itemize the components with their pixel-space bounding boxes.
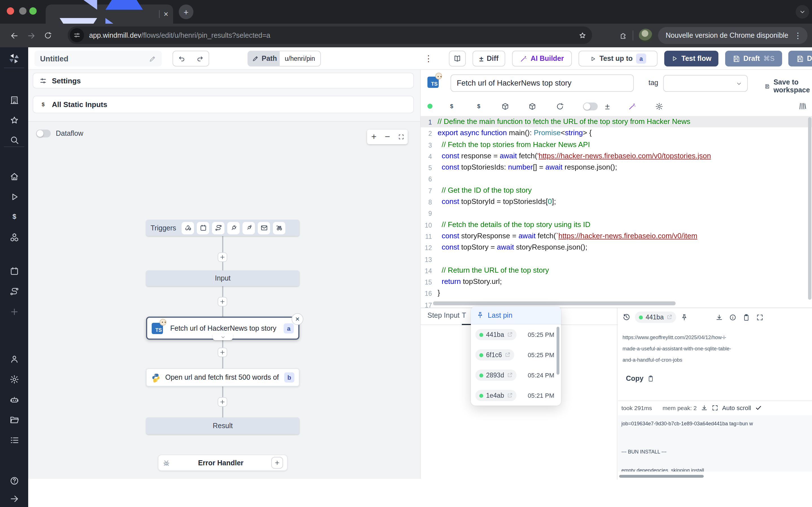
remove-step-icon[interactable]: ✕: [292, 313, 303, 325]
fit-view-icon[interactable]: [394, 129, 408, 144]
insert-step-button[interactable]: [218, 397, 227, 407]
history-icon[interactable]: [622, 313, 630, 321]
email-icon[interactable]: [258, 222, 270, 234]
sidebar-settings-icon[interactable]: [0, 375, 28, 384]
pin-item[interactable]: 6f1c605:25 PM: [471, 345, 561, 365]
sidebar-user-icon[interactable]: [0, 354, 28, 364]
tag-select[interactable]: [663, 75, 748, 92]
clipboard-icon[interactable]: [743, 314, 750, 321]
step-expand-icon[interactable]: [213, 334, 233, 340]
sidebar-audit-icon[interactable]: [0, 436, 28, 445]
code-editor[interactable]: 1// Define the main function to fetch th…: [421, 116, 812, 307]
pin-icon[interactable]: [680, 314, 688, 321]
step-b-node[interactable]: Open url and fetch first 500 words of ..…: [146, 369, 299, 386]
websocket-icon[interactable]: [227, 222, 240, 234]
test-up-to-button[interactable]: Test up to a: [578, 51, 658, 66]
library-icon[interactable]: [799, 102, 807, 110]
expand-logs-icon[interactable]: [711, 404, 718, 411]
external-link-icon[interactable]: [507, 372, 513, 378]
tab-step-input[interactable]: Step Input: [427, 312, 460, 320]
last-pin-option[interactable]: Last pin: [471, 306, 561, 325]
sidebar-routes-icon[interactable]: [0, 287, 28, 296]
address-bar[interactable]: app.windmill.dev/flows/edit/u/henri/pin_…: [68, 26, 592, 44]
ai-builder-button[interactable]: AI Builder: [512, 51, 572, 66]
sidebar-resources-icon[interactable]: [0, 233, 28, 242]
diff-mode-toggle[interactable]: [583, 102, 598, 110]
test-flow-button[interactable]: Test flow: [664, 51, 718, 66]
docs-button[interactable]: [449, 51, 466, 66]
zoom-in-icon[interactable]: +: [367, 129, 380, 144]
download-logs-icon[interactable]: [701, 404, 707, 411]
reload-icon[interactable]: [40, 27, 56, 44]
gear-icon[interactable]: [655, 102, 663, 110]
plusminus-icon[interactable]: ±: [605, 101, 610, 111]
reload-icon[interactable]: [556, 102, 564, 110]
path-value[interactable]: u/henri/pin: [280, 51, 320, 66]
sidebar-add-icon[interactable]: [0, 307, 28, 317]
maximize-window-button[interactable]: [29, 7, 37, 15]
insert-step-button[interactable]: [218, 297, 227, 306]
schedule-icon[interactable]: [197, 222, 209, 234]
windmill-logo[interactable]: [0, 53, 28, 64]
variable-icon[interactable]: $: [448, 102, 456, 110]
autoscroll-check-icon[interactable]: [755, 404, 762, 411]
external-link-icon[interactable]: [507, 332, 513, 337]
external-link-icon[interactable]: [505, 352, 510, 358]
info-icon[interactable]: [729, 314, 737, 321]
forward-icon[interactable]: [22, 27, 40, 44]
copy-button[interactable]: Copy: [626, 375, 654, 383]
result-node[interactable]: Result: [146, 417, 299, 434]
tab-test[interactable]: T: [462, 312, 466, 320]
package-icon[interactable]: [501, 102, 509, 110]
flow-settings-row[interactable]: Settings: [33, 73, 414, 89]
external-link-icon[interactable]: [666, 314, 672, 320]
insert-step-button[interactable]: [218, 348, 227, 357]
bookmark-icon[interactable]: [578, 31, 587, 39]
pin-item[interactable]: 2893d05:24 PM: [471, 365, 561, 385]
sidebar-search-icon[interactable]: [0, 135, 28, 145]
profile-avatar[interactable]: [639, 29, 652, 42]
poll-icon[interactable]: [273, 222, 286, 234]
sidebar-assistant-icon[interactable]: [0, 395, 28, 404]
tab-close-icon[interactable]: ✕: [163, 10, 168, 18]
chrome-update-button[interactable]: Nouvelle version de Chrome disponible ⋮: [658, 27, 808, 44]
zoom-out-icon[interactable]: −: [380, 129, 394, 144]
pin-item[interactable]: 441ba05:25 PM: [471, 325, 561, 345]
code-vertical-scrollbar[interactable]: [808, 117, 811, 300]
pin-item[interactable]: 1e4ab05:21 PM: [471, 385, 561, 406]
dropdown-scrollbar[interactable]: [557, 327, 559, 375]
more-menu-icon[interactable]: ⋮: [423, 51, 434, 66]
minimize-window-button[interactable]: [19, 7, 27, 15]
error-handler-node[interactable]: Error Handler: [158, 455, 288, 471]
site-info-icon[interactable]: [70, 28, 84, 42]
webhook-icon[interactable]: [182, 222, 194, 234]
back-icon[interactable]: [6, 27, 22, 44]
sidebar-workspace-icon[interactable]: [0, 95, 28, 105]
insert-step-button[interactable]: [218, 252, 227, 262]
input-node[interactable]: Input: [146, 270, 299, 286]
dataflow-toggle[interactable]: [36, 129, 51, 137]
sidebar-folders-icon[interactable]: [0, 415, 28, 425]
tab-search-icon[interactable]: [796, 5, 809, 18]
variable-add-icon[interactable]: $: [475, 102, 483, 110]
sidebar-favorites-icon[interactable]: [0, 115, 28, 125]
external-link-icon[interactable]: [507, 393, 513, 398]
triggers-node[interactable]: Triggers: [146, 220, 299, 236]
static-inputs-row[interactable]: $ All Static Inputs: [33, 96, 414, 113]
sidebar-help-icon[interactable]: [0, 476, 28, 486]
chrome-menu-icon[interactable]: ⋮: [794, 31, 802, 40]
add-error-handler-icon[interactable]: [271, 457, 283, 469]
route-icon[interactable]: [212, 222, 225, 234]
sidebar-runs-icon[interactable]: [0, 192, 28, 202]
package-alt-icon[interactable]: [528, 102, 536, 110]
ai-wand-icon[interactable]: [628, 102, 636, 110]
expand-icon[interactable]: [756, 314, 763, 321]
download-icon[interactable]: [716, 314, 723, 321]
browser-tab[interactable]: Edit Flow u/henri/pin_results ✕: [46, 4, 173, 24]
job-badge[interactable]: 441ba: [635, 312, 676, 323]
job-logs[interactable]: job=019634e7-9d30-b7cb-1e89-03a64ed441ba…: [618, 415, 812, 471]
sidebar-variables-icon[interactable]: $: [0, 212, 28, 221]
diff-button[interactable]: ±Diff: [472, 51, 505, 66]
path-button[interactable]: Path: [248, 51, 282, 66]
logs-scrollbar[interactable]: [619, 475, 704, 478]
